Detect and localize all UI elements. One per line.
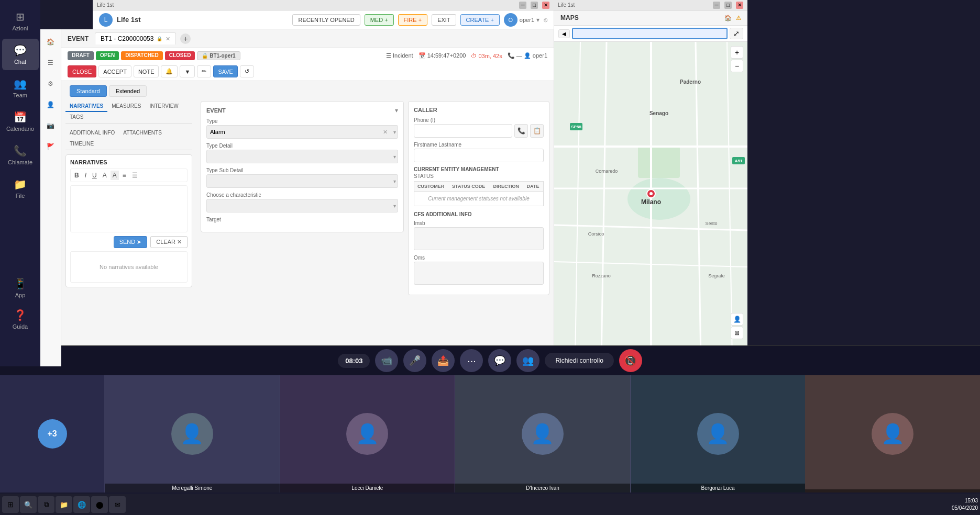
start-button[interactable]: ⊞: [2, 496, 19, 513]
svg-text:Corsico: Corsico: [588, 231, 604, 237]
interview-tab[interactable]: INTERVIEW: [145, 101, 182, 112]
task-view-button[interactable]: ⧉: [38, 496, 54, 513]
maps-back-button[interactable]: ◀: [558, 29, 570, 38]
map-zoom-in[interactable]: +: [731, 46, 743, 59]
type-sub-detail-select[interactable]: [206, 174, 398, 188]
exit-button[interactable]: EXIT: [432, 14, 456, 26]
underline-button[interactable]: U: [90, 171, 99, 180]
icon-btn-2[interactable]: ▼: [180, 65, 195, 77]
highlight-button[interactable]: A: [111, 171, 119, 180]
sidebar-item-file[interactable]: 📁 File: [2, 173, 39, 204]
chrome-taskbar[interactable]: ⬤: [91, 496, 108, 513]
maximize-button-1[interactable]: □: [531, 2, 538, 9]
mute-button[interactable]: 🎤: [403, 349, 426, 372]
sidebar-item-app[interactable]: 📱 App: [2, 272, 39, 304]
more-options-button[interactable]: ···: [460, 349, 483, 372]
oms-textarea[interactable]: [414, 262, 544, 285]
hang-up-button[interactable]: 📵: [619, 349, 642, 372]
section-tabs-row: NARRATIVES MEASURES INTERVIEW TAGS: [65, 101, 192, 124]
sidebar-item-guida[interactable]: ❓ Guida: [2, 304, 39, 335]
narrative-textarea[interactable]: [70, 185, 188, 232]
dropdown-icon[interactable]: ▾: [536, 16, 539, 24]
status-open[interactable]: OPEN: [96, 51, 119, 60]
recently-opened-button[interactable]: RECENTLY OPENED: [292, 14, 360, 26]
sidebar-item-chat[interactable]: 💬 Chat: [2, 39, 39, 70]
outlook-taskbar[interactable]: ✉: [109, 496, 126, 513]
signout-icon[interactable]: ⎋: [544, 16, 547, 24]
event-panel-collapse[interactable]: ▾: [395, 107, 398, 114]
narratives-tab[interactable]: NARRATIVES: [65, 101, 107, 112]
refresh-button[interactable]: ↺: [240, 65, 254, 77]
video-button[interactable]: 📹: [375, 349, 398, 372]
phone-input[interactable]: [414, 124, 512, 138]
timeline-tab[interactable]: TIMELINE: [65, 139, 98, 150]
tab-close-icon[interactable]: ✕: [166, 36, 170, 42]
attachments-tab[interactable]: ATTACHMENTS: [119, 128, 166, 139]
bold-button[interactable]: B: [72, 171, 81, 180]
nav-camera-icon[interactable]: 📷: [42, 117, 59, 134]
phone-call-button[interactable]: 📞: [514, 124, 528, 138]
maps-fullscreen-button[interactable]: ⤢: [730, 28, 743, 39]
map-zoom-out[interactable]: −: [731, 60, 743, 72]
list-button[interactable]: ≡: [120, 171, 128, 180]
edge-browser-taskbar[interactable]: 🌐: [73, 496, 90, 513]
tags-tab[interactable]: TAGS: [65, 112, 87, 123]
map-container[interactable]: Senago Paderno Milano Cornaredo Corsico …: [554, 42, 747, 360]
request-control-button[interactable]: Richiedi controllo: [545, 353, 613, 368]
maps-home-icon[interactable]: 🏠: [724, 15, 732, 21]
sidebar-item-team[interactable]: 👥 Team: [2, 72, 39, 104]
sidebar-item-chiamate[interactable]: 📞 Chiamate: [2, 139, 39, 171]
status-draft[interactable]: DRAFT: [68, 51, 94, 60]
close-event-button[interactable]: CLOSE: [68, 65, 96, 77]
measures-tab[interactable]: MEASURES: [107, 101, 145, 112]
maps-search-input[interactable]: [572, 28, 728, 39]
create-button[interactable]: CREATE +: [460, 14, 500, 26]
med-button[interactable]: MED +: [365, 14, 394, 26]
active-event-tab[interactable]: BT1 - C200000053 🔒 ✕: [95, 32, 176, 44]
maximize-button-2[interactable]: □: [724, 2, 732, 9]
characteristic-select[interactable]: [206, 199, 398, 212]
chat-call-button[interactable]: 💬: [488, 349, 511, 372]
status-closed[interactable]: CLOSED: [165, 51, 195, 60]
map-layer-btn[interactable]: ⊞: [731, 327, 743, 339]
left-navigation: 🏠 ☰ ⚙ 👤 📷 🚩: [40, 29, 61, 366]
file-explorer-taskbar[interactable]: 📁: [56, 496, 72, 513]
close-button-1[interactable]: ✕: [542, 2, 549, 9]
save-button[interactable]: SAVE: [213, 65, 238, 77]
clear-button[interactable]: CLEAR ✕: [150, 236, 188, 248]
minimize-button-2[interactable]: ─: [713, 2, 720, 9]
phone-copy-button[interactable]: 📋: [530, 124, 544, 138]
nav-users-icon[interactable]: 👤: [42, 96, 59, 113]
minimize-button-1[interactable]: ─: [519, 2, 526, 9]
icon-btn-3[interactable]: ✏: [197, 65, 211, 77]
type-select[interactable]: Alarm: [206, 125, 398, 139]
additional-info-tab[interactable]: ADDITIONAL INFO: [65, 128, 119, 139]
participants-button[interactable]: 👥: [516, 349, 539, 372]
extended-tab[interactable]: Extended: [109, 85, 147, 97]
send-button[interactable]: SEND ➤: [114, 236, 148, 248]
icon-btn-1[interactable]: 🔔: [161, 65, 178, 77]
add-tab-button[interactable]: +: [180, 33, 191, 44]
type-detail-select[interactable]: [206, 150, 398, 163]
font-color-button[interactable]: A: [101, 171, 109, 180]
nav-settings-icon[interactable]: ⚙: [42, 75, 59, 92]
search-taskbar-button[interactable]: 🔍: [20, 496, 37, 513]
entity-title: CURRENT ENTITY MANAGEMENT: [414, 166, 544, 172]
nav-flag-icon[interactable]: 🚩: [42, 138, 59, 155]
nav-home-icon[interactable]: 🏠: [42, 33, 59, 50]
map-person-icon[interactable]: 👤: [731, 313, 743, 326]
imsb-textarea[interactable]: [414, 227, 544, 250]
fire-button[interactable]: FIRE +: [398, 14, 428, 26]
accept-button[interactable]: ACCEPT: [98, 65, 131, 77]
share-screen-button[interactable]: 📤: [432, 349, 455, 372]
note-button[interactable]: NOTE: [134, 65, 159, 77]
sidebar-item-azioni[interactable]: ⊞ Azioni: [2, 5, 39, 37]
status-dispatched[interactable]: DISPATCHED: [121, 51, 163, 60]
italic-button[interactable]: I: [83, 171, 89, 180]
sidebar-item-calendario[interactable]: 📅 Calendario: [2, 106, 39, 137]
align-button[interactable]: ☰: [130, 171, 140, 180]
nav-list-icon[interactable]: ☰: [42, 54, 59, 71]
name-input[interactable]: [414, 149, 544, 162]
standard-tab[interactable]: Standard: [70, 85, 107, 97]
close-button-2[interactable]: ✕: [736, 2, 743, 9]
